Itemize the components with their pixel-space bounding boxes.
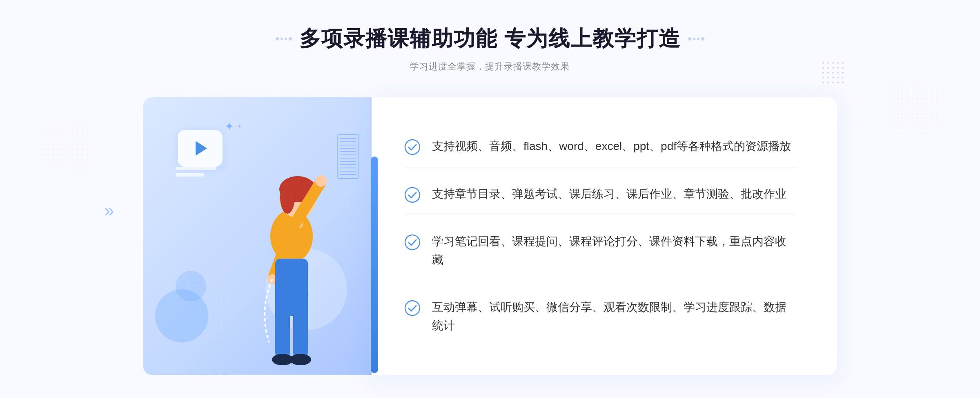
deco-dot — [693, 38, 695, 40]
illustration-panel: ✦ ✦ — [143, 97, 372, 375]
page-title: 多项录播课辅助功能 专为线上教学打造 — [299, 25, 681, 53]
feature-item-1: 支持视频、音频、flash、word、excel、ppt、pdf等各种格式的资源… — [404, 126, 796, 168]
play-triangle-icon — [196, 141, 207, 156]
deco-dot — [701, 37, 704, 40]
deco-blue-circle-small — [176, 271, 206, 302]
blue-accent-bar — [371, 157, 378, 373]
content-area: ✦ ✦ — [143, 97, 837, 375]
play-lines — [176, 167, 216, 177]
title-left-deco — [276, 37, 292, 40]
feature-item-4: 互动弹幕、试听购买、微信分享、观看次数限制、学习进度跟踪、数据统计 — [404, 287, 796, 347]
svg-point-16 — [405, 235, 420, 250]
feature-text-3: 学习笔记回看、课程提问、课程评论打分、课件资料下载，重点内容收藏 — [432, 233, 796, 269]
sparkle-icon: ✦ — [225, 120, 234, 133]
svg-rect-11 — [293, 302, 308, 359]
play-line-2 — [176, 173, 204, 177]
title-right-deco — [688, 37, 704, 40]
svg-point-17 — [405, 301, 420, 315]
features-card: 支持视频、音频、flash、word、excel、ppt、pdf等各种格式的资源… — [372, 97, 837, 375]
page-subtitle: 学习进度全掌握，提升录播课教学效果 — [276, 60, 704, 73]
page-container: 多项录播课辅助功能 专为线上教学打造 学习进度全掌握，提升录播课教学效果 — [0, 0, 980, 398]
deco-dot — [697, 38, 699, 40]
bg-dot-pattern-left — [41, 123, 90, 172]
bg-dot-pattern-right — [890, 82, 939, 131]
check-icon-2 — [404, 187, 421, 203]
check-icon-3 — [404, 234, 421, 250]
person-illustration — [234, 146, 349, 375]
svg-point-6 — [315, 175, 327, 187]
deco-dot — [281, 38, 283, 40]
svg-point-13 — [290, 354, 311, 365]
right-dot-grid-decoration — [821, 60, 845, 85]
deco-dot — [289, 37, 292, 40]
chevron-left-decoration: » — [104, 200, 114, 221]
sparkle-small-icon: ✦ — [237, 123, 242, 130]
svg-rect-10 — [275, 302, 290, 359]
feature-text-2: 支持章节目录、弹题考试、课后练习、课后作业、章节测验、批改作业 — [432, 185, 786, 203]
deco-dot — [276, 37, 279, 40]
deco-dot — [688, 37, 691, 40]
svg-point-15 — [405, 188, 420, 202]
feature-item-3: 学习笔记回看、课程提问、课程评论打分、课件资料下载，重点内容收藏 — [404, 221, 796, 281]
header-section: 多项录播课辅助功能 专为线上教学打造 学习进度全掌握，提升录播课教学效果 — [276, 25, 704, 73]
feature-item-2: 支持章节目录、弹题考试、课后练习、课后作业、章节测验、批改作业 — [404, 174, 796, 215]
play-line-1 — [176, 167, 216, 170]
play-button-bubble — [178, 130, 223, 167]
feature-text-1: 支持视频、音频、flash、word、excel、ppt、pdf等各种格式的资源… — [432, 137, 791, 156]
deco-dot — [285, 38, 287, 40]
title-row: 多项录播课辅助功能 专为线上教学打造 — [276, 25, 704, 53]
svg-point-3 — [280, 181, 295, 214]
check-icon-4 — [404, 300, 421, 316]
feature-text-4: 互动弹幕、试听购买、微信分享、观看次数限制、学习进度跟踪、数据统计 — [432, 298, 796, 335]
svg-point-14 — [405, 140, 420, 154]
check-icon-1 — [404, 139, 421, 155]
